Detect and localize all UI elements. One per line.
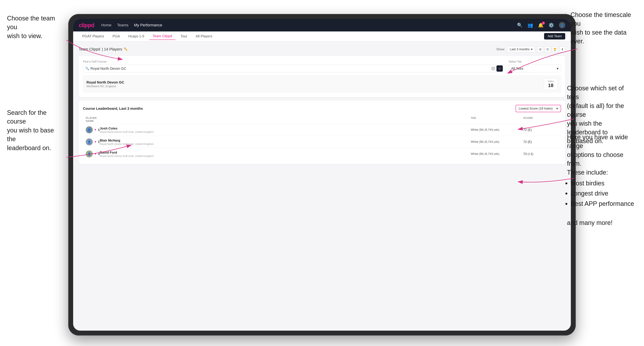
annotation-top-left: Choose the team you wish to view. <box>7 14 63 40</box>
table-header: PLAYER NAME TEE SCORE <box>83 115 561 124</box>
player-info-3: David Ford Royal North Devon Golf Club, … <box>100 151 471 158</box>
player-info-1: Josh Coles Royal North Devon Golf Club, … <box>100 127 471 133</box>
rank-number-1: 1 <box>98 128 100 132</box>
trophy-view-button[interactable]: 🏆 <box>552 46 558 52</box>
course-info: Royal North Devon GC Westward Ho!, Engla… <box>86 80 124 88</box>
tee-select-dropdown[interactable]: All Tees ▾ <box>508 65 561 72</box>
course-name: Royal North Devon GC <box>86 80 124 84</box>
player-tee-2: White (M) (6,744 yds) <box>471 140 523 144</box>
player-name-2: Blair McHarg <box>100 139 471 142</box>
course-location: Westward Ho!, England <box>86 85 124 88</box>
course-result: Royal North Devon GC Westward Ho!, Engla… <box>83 75 561 93</box>
main-content: Team Clippd | 14 Players ✏️ Show: Last 3… <box>73 41 571 331</box>
search-magnifier-icon: 🔍 <box>85 67 89 70</box>
player-tee-3: White (M) (6,744 yds) <box>471 152 523 156</box>
col-header-tee: TEE <box>471 116 523 122</box>
rank-number-2: 1 <box>98 140 100 144</box>
heart-icon-2[interactable]: ♥ <box>94 140 96 144</box>
tee-select-group: Select Tee All Tees ▾ <box>508 60 561 72</box>
add-team-button[interactable]: Add Team <box>544 33 565 39</box>
team-name: Team Clippd <box>79 47 100 51</box>
tee-value: All Tees <box>511 67 524 71</box>
sub-nav-pgat[interactable]: PGAT Players <box>79 33 108 40</box>
option-drive: Longest drive <box>570 189 637 198</box>
course-holes-box: Holes 18 <box>544 78 558 90</box>
bell-icon[interactable]: 🔔 1 <box>538 22 544 28</box>
settings-icon[interactable]: ⚙️ <box>548 22 554 28</box>
tee-chevron-icon: ▾ <box>557 66 558 71</box>
leaderboard-header: Course Leaderboard, Last 3 months Lowest… <box>83 105 561 112</box>
search-icon[interactable]: 🔍 <box>517 22 522 28</box>
heart-icon-1[interactable]: ♥ <box>94 128 96 131</box>
player-avatar-3: 👤 <box>86 151 93 158</box>
sub-nav-tour[interactable]: Tour <box>177 33 191 40</box>
grid-view-button[interactable]: ⊞ <box>537 46 543 52</box>
player-rank-2: 👤 ♥ 1 <box>86 138 100 145</box>
course-search-input[interactable] <box>90 67 491 71</box>
nav-link-home[interactable]: Home <box>101 23 112 27</box>
player-tee-1: White (M) (6,744 yds) <box>471 128 523 132</box>
sub-nav-team-clippd[interactable]: Team Clippd <box>149 33 176 40</box>
ipad-device: clippd Home Teams My Performance 🔍 👥 🔔 1… <box>68 14 576 336</box>
nav-bar: clippd Home Teams My Performance 🔍 👥 🔔 1… <box>73 19 571 31</box>
score-dropdown-chevron: ▾ <box>556 107 558 110</box>
avatar[interactable]: 👤 <box>559 22 565 28</box>
team-title: Team Clippd | 14 Players ✏️ <box>79 47 128 51</box>
player-name-1: Josh Coles <box>100 127 471 130</box>
player-rank-1: 👤 ♥ 1 <box>86 126 100 133</box>
player-name-3: David Ford <box>100 151 471 155</box>
show-label: Show: <box>496 47 505 51</box>
sub-nav-pga[interactable]: PGA <box>109 33 123 40</box>
col-header-empty <box>100 116 471 122</box>
option-birdies: Most birdies <box>570 179 637 188</box>
player-club-3: Royal North Devon Golf Club, United King… <box>100 155 471 158</box>
edit-icon[interactable]: ✏️ <box>124 47 128 51</box>
nav-icons: 🔍 👥 🔔 1 ⚙️ 👤 <box>517 22 565 28</box>
annotation-bottom-right: Here you have a wide range of options to… <box>567 133 637 227</box>
player-avatar-2: 👤 <box>86 138 93 145</box>
show-controls: Show: Last 3 months ▾ ⊞ ☰ 🏆 ⬇ <box>496 46 565 52</box>
ipad-screen: clippd Home Teams My Performance 🔍 👥 🔔 1… <box>73 19 571 331</box>
leaderboard-title: Course Leaderboard, Last 3 months <box>83 107 143 111</box>
select-tee-label: Select Tee <box>508 60 561 63</box>
player-club-1: Royal North Devon Golf Club, United King… <box>100 130 471 133</box>
col-header-player: PLAYER NAME <box>86 116 100 122</box>
annotation-bottom-left: Search for the course you wish to base t… <box>7 108 63 152</box>
score-option-label: Lowest Score (18 holes) <box>519 107 553 110</box>
options-list: Most birdies Longest drive Best APP perf… <box>567 179 637 208</box>
sub-nav-hcaps[interactable]: Hcaps 1-5 <box>125 33 148 40</box>
course-search-section: Find a Golf Course 🔍 ✕ ☆ Select Tee All … <box>83 60 561 72</box>
score-type-dropdown[interactable]: Lowest Score (18 holes) ▾ <box>516 105 561 112</box>
team-header: Team Clippd | 14 Players ✏️ Show: Last 3… <box>79 46 565 52</box>
col-header-score: SCORE <box>523 116 558 122</box>
favorite-button[interactable]: ☆ <box>496 65 503 72</box>
nav-link-my-performance[interactable]: My Performance <box>134 23 162 27</box>
find-golf-course-group: Find a Golf Course 🔍 ✕ ☆ <box>83 60 505 72</box>
heart-icon-3[interactable]: ♥ <box>94 152 96 156</box>
list-view-button[interactable]: ☰ <box>544 46 550 52</box>
sub-nav-all-players[interactable]: All Players <box>192 33 216 40</box>
view-icons: ⊞ ☰ 🏆 ⬇ <box>537 46 565 52</box>
search-input-wrapper: 🔍 ✕ ☆ <box>83 65 505 72</box>
clear-search-button[interactable]: ✕ <box>491 67 495 70</box>
option-app: Best APP performance <box>570 199 637 208</box>
player-score-3: 73 (+1) <box>523 152 558 156</box>
player-club-2: Royal North Devon Golf Club, United King… <box>100 142 471 145</box>
player-score-1: 72 (E) <box>523 128 558 132</box>
rank-number-3: 3 <box>98 152 100 156</box>
annotation-top-right: Choose the timescale you wish to see the… <box>570 10 637 46</box>
table-row: 👤 ♥ 3 David Ford Royal North Devon Golf … <box>83 148 561 160</box>
nav-link-teams[interactable]: Teams <box>117 23 128 27</box>
users-icon[interactable]: 👥 <box>528 22 533 28</box>
nav-logo: clippd <box>79 22 94 28</box>
course-search-card: Find a Golf Course 🔍 ✕ ☆ Select Tee All … <box>79 56 565 97</box>
table-row: 👤 ♥ 1 Josh Coles Royal North Devon Golf … <box>83 124 561 136</box>
holes-label: Holes <box>548 80 554 83</box>
sub-nav: PGAT Players PGA Hcaps 1-5 Team Clippd T… <box>73 31 571 41</box>
holes-number: 18 <box>548 83 554 88</box>
download-button[interactable]: ⬇ <box>559 46 565 52</box>
show-dropdown[interactable]: Last 3 months ▾ <box>507 46 535 52</box>
table-row: 👤 ♥ 1 Blair McHarg Royal North Devon Gol… <box>83 136 561 148</box>
player-count: | 14 Players <box>102 47 122 51</box>
player-info-2: Blair McHarg Royal North Devon Golf Club… <box>100 139 471 145</box>
